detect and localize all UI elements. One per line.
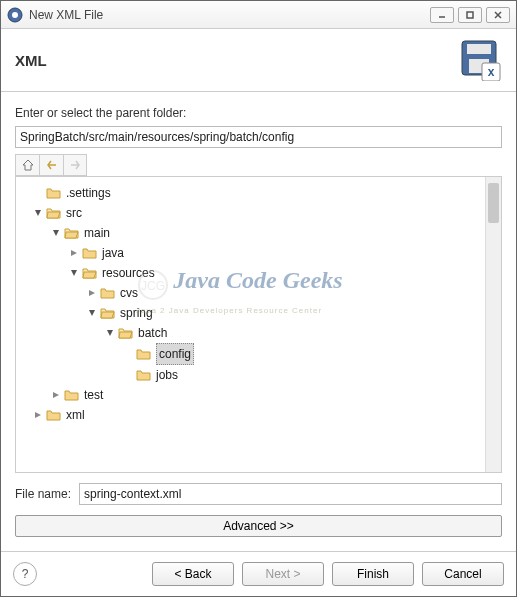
folder-icon [82, 246, 98, 260]
save-xml-icon: x [460, 39, 502, 81]
titlebar: New XML File [1, 1, 516, 29]
tree-node-cvs[interactable]: cvs [86, 283, 483, 303]
blank-twisty-icon [32, 187, 44, 199]
file-name-label: File name: [15, 487, 71, 501]
expand-twisty-icon[interactable] [50, 389, 62, 401]
tree-node-xml[interactable]: xml [32, 405, 483, 425]
tree-scrollbar[interactable] [485, 177, 501, 472]
folder-open-icon [100, 306, 116, 320]
svg-marker-16 [89, 290, 95, 296]
expand-twisty-icon[interactable] [68, 247, 80, 259]
tree-node-src[interactable]: src [32, 203, 483, 223]
dialog-content: Enter or select the parent folder: [1, 92, 516, 551]
svg-point-1 [12, 12, 18, 18]
app-icon [7, 7, 23, 23]
parent-folder-input[interactable] [15, 126, 502, 148]
collapse-twisty-icon[interactable] [104, 327, 116, 339]
parent-folder-label: Enter or select the parent folder: [15, 106, 502, 120]
collapse-twisty-icon[interactable] [50, 227, 62, 239]
folder-open-icon [118, 326, 134, 340]
svg-text:x: x [488, 65, 495, 79]
file-name-input[interactable] [79, 483, 502, 505]
svg-marker-17 [89, 310, 95, 316]
minimize-button[interactable] [430, 7, 454, 23]
expand-twisty-icon[interactable] [86, 287, 98, 299]
dialog-window: New XML File XML x Enter [0, 0, 517, 597]
tree-node-java[interactable]: java [68, 243, 483, 263]
svg-rect-3 [467, 12, 473, 18]
collapse-twisty-icon[interactable] [86, 307, 98, 319]
svg-marker-12 [35, 210, 41, 216]
next-button[interactable]: Next > [242, 562, 324, 586]
svg-marker-14 [71, 250, 77, 256]
close-button[interactable] [486, 7, 510, 23]
expand-twisty-icon[interactable] [32, 409, 44, 421]
collapse-twisty-icon[interactable] [68, 267, 80, 279]
blank-twisty-icon [122, 348, 134, 360]
folder-icon [136, 347, 152, 361]
tree-toolbar [15, 154, 502, 176]
svg-rect-7 [467, 44, 491, 54]
tree-node-main[interactable]: main [50, 223, 483, 243]
forward-arrow-icon[interactable] [63, 154, 87, 176]
tree-node-settings[interactable]: .settings [32, 183, 483, 203]
tree-node-resources[interactable]: resources [68, 263, 483, 283]
dialog-header: XML x [1, 29, 516, 92]
blank-twisty-icon [122, 369, 134, 381]
collapse-twisty-icon[interactable] [32, 207, 44, 219]
maximize-button[interactable] [458, 7, 482, 23]
folder-open-icon [46, 206, 62, 220]
svg-marker-13 [53, 230, 59, 236]
folder-icon [100, 286, 116, 300]
home-icon[interactable] [15, 154, 39, 176]
tree-node-jobs[interactable]: jobs [122, 365, 483, 385]
folder-tree[interactable]: .settings src [15, 176, 502, 473]
tree-node-batch[interactable]: batch [104, 323, 483, 343]
dialog-heading: XML [15, 52, 460, 69]
tree-node-config[interactable]: config [122, 343, 483, 365]
tree-node-test[interactable]: test [50, 385, 483, 405]
tree-node-spring[interactable]: spring [86, 303, 483, 323]
window-title: New XML File [29, 8, 430, 22]
folder-open-icon [64, 226, 80, 240]
folder-icon [136, 368, 152, 382]
svg-marker-19 [53, 392, 59, 398]
folder-icon [64, 388, 80, 402]
advanced-button[interactable]: Advanced >> [15, 515, 502, 537]
svg-marker-20 [35, 412, 41, 418]
svg-marker-11 [23, 160, 33, 170]
finish-button[interactable]: Finish [332, 562, 414, 586]
svg-marker-18 [107, 330, 113, 336]
cancel-button[interactable]: Cancel [422, 562, 504, 586]
folder-icon [46, 186, 62, 200]
folder-icon [46, 408, 62, 422]
help-button[interactable]: ? [13, 562, 37, 586]
folder-open-icon [82, 266, 98, 280]
dialog-button-bar: ? < Back Next > Finish Cancel [1, 551, 516, 596]
svg-marker-15 [71, 270, 77, 276]
back-button[interactable]: < Back [152, 562, 234, 586]
back-arrow-icon[interactable] [39, 154, 63, 176]
